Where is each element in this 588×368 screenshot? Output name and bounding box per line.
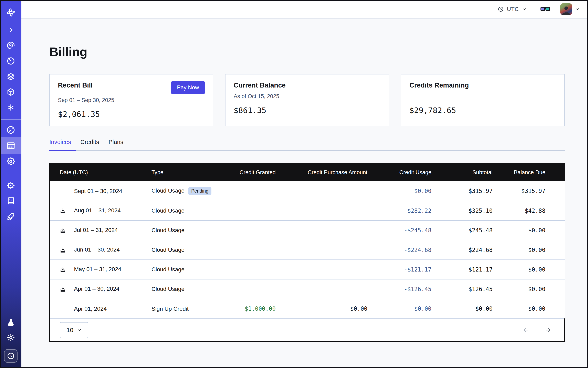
card-title: Current Balance: [234, 81, 286, 89]
quickstart-rocket-icon[interactable]: [6, 212, 16, 221]
labs-flask-icon[interactable]: [6, 318, 16, 327]
invoice-period-cell: Apr 01, 2024: [50, 299, 152, 318]
credit-granted-value: [227, 279, 276, 299]
credit-purchase-value: [276, 201, 367, 221]
user-avatar[interactable]: [560, 3, 572, 15]
download-invoice-icon[interactable]: [60, 247, 66, 253]
subtotal-value: $224.68: [431, 240, 493, 260]
invoice-type-cell: Cloud Usage: [152, 201, 227, 221]
summary-cards: Recent Bill Pay Now Sep 01 – Sep 30, 202…: [49, 74, 565, 126]
invoice-type-cell: Cloud Usage: [152, 260, 227, 279]
pay-now-button[interactable]: Pay Now: [171, 81, 205, 94]
docs-book-icon[interactable]: [6, 196, 16, 206]
credit-purchase-value: [276, 181, 367, 201]
invoice-type-cell: Cloud UsagePending: [152, 181, 227, 201]
download-invoice-button[interactable]: [60, 286, 74, 293]
clock-icon: [498, 6, 504, 12]
invoice-type: Cloud Usage: [152, 266, 184, 273]
prev-page-arrow[interactable]: [522, 327, 530, 333]
layers-icon[interactable]: [6, 72, 16, 81]
credit-usage-value: -$224.68: [367, 240, 431, 260]
credits-remaining-amount: $29,782.65: [409, 106, 556, 115]
next-page-arrow[interactable]: [544, 327, 552, 333]
support-helm-icon[interactable]: [6, 181, 16, 190]
invoice-type-cell: Cloud Usage: [152, 221, 227, 240]
invoice-period: Apr 01 – 30, 2024: [74, 285, 119, 292]
download-invoice-icon[interactable]: [60, 267, 66, 273]
account-menu-chevron-icon[interactable]: [575, 7, 580, 12]
rewards-badge-dollar-icon[interactable]: $: [4, 349, 18, 363]
invoice-period: Apr 01, 2024: [74, 306, 107, 312]
col-type: Type: [152, 163, 227, 181]
status-badge: Pending: [188, 187, 211, 195]
download-invoice-button[interactable]: [60, 247, 74, 253]
recent-bill-card: Recent Bill Pay Now Sep 01 – Sep 30, 202…: [49, 74, 213, 126]
credit-usage-value: -$282.22: [367, 201, 431, 221]
download-invoice-button[interactable]: [60, 207, 74, 214]
credits-sub: [409, 93, 556, 100]
theme-sun-icon[interactable]: [6, 333, 16, 342]
download-invoice-icon[interactable]: [60, 228, 66, 234]
credit-granted-value: [227, 260, 276, 279]
tab-plans[interactable]: Plans: [109, 139, 123, 150]
balance-due-value: $315.97: [493, 181, 565, 201]
credit-purchase-value: [276, 279, 367, 299]
cube-icon[interactable]: [6, 87, 16, 97]
invoice-type: Cloud Usage: [152, 286, 184, 292]
invoice-type: Cloud Usage: [152, 227, 184, 233]
usage-gauge-icon[interactable]: [6, 125, 16, 135]
observe-spiral-icon[interactable]: [6, 41, 16, 50]
current-balance-card: Current Balance As of Oct 15, 2025 $861.…: [225, 74, 389, 126]
subtotal-value: $245.48: [431, 221, 493, 240]
credit-usage-value: -$245.48: [367, 221, 431, 240]
invoice-type: Cloud Usage: [152, 247, 184, 253]
credit-purchase-value: [276, 240, 367, 260]
credit-granted-value: [227, 221, 276, 240]
col-credit-granted: Credit Granted: [227, 163, 276, 181]
credits-remaining-card: Credits Remaining $29,782.65: [401, 74, 565, 126]
table-header-row: Date (UTC) Type Credit Granted Credit Pu…: [50, 163, 565, 181]
download-invoice-icon[interactable]: [60, 286, 66, 293]
topbar: UTC: [21, 0, 588, 19]
asterisk-icon[interactable]: [6, 103, 16, 112]
balance-due-value: $0.00: [493, 299, 565, 318]
subtotal-value: $0.00: [431, 299, 493, 318]
download-invoice-icon[interactable]: [60, 208, 66, 214]
recent-bill-amount: $2,061.35: [58, 110, 205, 119]
svg-text:$: $: [9, 354, 12, 359]
download-invoice-button[interactable]: [60, 266, 74, 273]
invoice-period-cell: Jun 01 – 30, 2024: [50, 240, 152, 260]
app-logo-icon[interactable]: [6, 8, 16, 17]
sidebar-divider: [0, 173, 21, 173]
credit-usage-value: $0.00: [367, 299, 431, 318]
col-subtotal: Subtotal: [431, 163, 493, 181]
credit-purchase-value: $0.00: [276, 299, 367, 318]
invoice-period-cell: Jul 01 – 31, 2024: [50, 221, 152, 240]
invoice-type: Cloud Usage: [152, 187, 184, 194]
tab-credits[interactable]: Credits: [80, 139, 99, 150]
invoice-type: Cloud Usage: [152, 207, 184, 214]
tab-invoices[interactable]: Invoices: [49, 139, 71, 150]
subtotal-value: $126.45: [431, 279, 493, 299]
timezone-label: UTC: [507, 6, 519, 12]
3d-glasses-icon[interactable]: [540, 6, 550, 12]
table-row: Apr 01 – 30, 2024Cloud Usage-$126.45$126…: [50, 279, 565, 299]
sidebar-item-billing[interactable]: [0, 137, 21, 154]
active-tab-indicator: [49, 150, 76, 151]
table-row: Apr 01, 2024Sign Up Credit$1,000.00$0.00…: [50, 299, 565, 318]
settings-gear-icon[interactable]: [6, 157, 16, 166]
invoice-period: Sept 01 – 30, 2024: [74, 188, 122, 194]
table-pagination: 10: [50, 318, 564, 341]
tab-underline: [49, 150, 565, 151]
col-credit-usage: Credit Usage: [367, 163, 431, 181]
page-size-select[interactable]: 10: [60, 322, 88, 338]
balance-as-of: As of Oct 15, 2025: [234, 93, 380, 100]
credit-usage-value: -$121.17: [367, 260, 431, 279]
history-timer-icon[interactable]: [6, 56, 16, 66]
download-invoice-button[interactable]: [60, 227, 74, 234]
invoice-period-cell: Sept 01 – 30, 2024: [50, 181, 152, 201]
timezone-dropdown[interactable]: UTC: [498, 6, 527, 12]
sidebar-expand-chevron-icon[interactable]: [6, 25, 16, 35]
credit-granted-value: $1,000.00: [227, 299, 276, 318]
credit-purchase-value: [276, 221, 367, 240]
